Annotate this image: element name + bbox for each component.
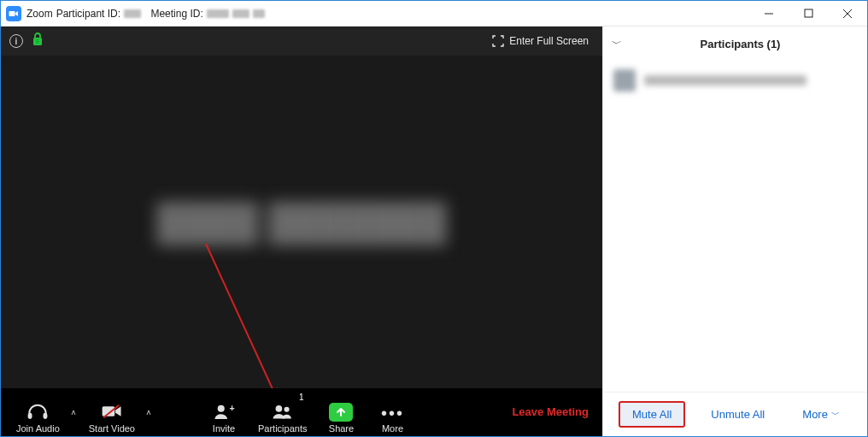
leave-meeting-button[interactable]: Leave Meeting xyxy=(512,405,595,418)
more-label: More xyxy=(382,423,403,434)
titlebar: Zoom Participant ID: Meeting ID: xyxy=(1,1,867,27)
video-main: ████ ███████ xyxy=(1,56,602,388)
invite-label: Invite xyxy=(213,423,235,434)
svg-point-14 xyxy=(275,405,282,412)
join-audio-label: Join Audio xyxy=(16,423,60,434)
share-button[interactable]: Share xyxy=(315,389,367,434)
participants-more-button[interactable]: More ﹀ xyxy=(790,403,852,426)
svg-line-7 xyxy=(206,244,279,388)
meeting-id-value-redacted-2 xyxy=(232,9,249,18)
annotation-arrow-icon xyxy=(197,235,300,388)
mute-all-button[interactable]: Mute All xyxy=(619,401,685,428)
participant-id-label: Participant ID: xyxy=(56,8,120,20)
participants-label: Participants xyxy=(258,423,307,434)
title-text: Zoom Participant ID: Meeting ID: xyxy=(26,8,265,20)
video-top-bar: i E Enter Full Screen xyxy=(1,27,602,56)
share-icon xyxy=(329,403,353,422)
svg-text:E: E xyxy=(36,38,40,44)
start-video-button[interactable]: Start Video xyxy=(80,389,144,434)
window-controls xyxy=(749,1,867,27)
leave-meeting-label: Leave Meeting xyxy=(512,405,589,418)
svg-text:+: + xyxy=(230,403,235,413)
avatar xyxy=(613,69,636,92)
mute-all-label: Mute All xyxy=(632,408,672,421)
video-pane: i E Enter Full Screen ████ ███████ xyxy=(1,27,602,436)
meeting-id-value-redacted-3 xyxy=(253,9,265,18)
svg-point-15 xyxy=(284,407,289,412)
participants-panel-header: ﹀ Participants (1) xyxy=(603,27,867,61)
meeting-toolbar: Join Audio ＾ Start Video ＾ + Invite xyxy=(1,388,602,436)
maximize-button[interactable] xyxy=(789,1,828,27)
share-label: Share xyxy=(329,423,354,434)
video-options-chevron-icon[interactable]: ＾ xyxy=(144,407,155,434)
svg-rect-10 xyxy=(103,406,115,416)
participants-panel-footer: Mute All Unmute All More ﹀ xyxy=(603,392,867,436)
participants-panel: ﹀ Participants (1) Mute All Unmute All M… xyxy=(602,27,867,436)
panel-collapse-chevron-icon[interactable]: ﹀ xyxy=(612,37,622,51)
participant-display-name: ████ ███████ xyxy=(157,202,447,243)
participant-name-redacted xyxy=(644,75,806,86)
app-name: Zoom xyxy=(26,8,53,20)
participant-row[interactable] xyxy=(612,66,859,95)
participant-id-value-redacted xyxy=(124,9,141,18)
info-icon[interactable]: i xyxy=(9,34,23,48)
zoom-window: Zoom Participant ID: Meeting ID: i xyxy=(0,0,868,437)
participants-count-badge: 1 xyxy=(299,393,304,402)
enter-full-screen-button[interactable]: Enter Full Screen xyxy=(487,32,594,50)
audio-options-chevron-icon[interactable]: ＾ xyxy=(68,407,80,434)
participants-panel-title: Participants (1) xyxy=(656,38,859,50)
encryption-lock-icon[interactable]: E xyxy=(32,32,44,50)
participants-button[interactable]: 1 Participants xyxy=(249,389,315,434)
more-dots-icon: ••• xyxy=(381,405,404,422)
participants-more-label: More xyxy=(802,408,828,421)
join-audio-button[interactable]: Join Audio xyxy=(8,389,68,434)
participants-list xyxy=(603,61,867,392)
more-button[interactable]: ••• More xyxy=(367,389,418,434)
svg-rect-2 xyxy=(805,9,812,17)
close-button[interactable] xyxy=(828,1,867,27)
svg-rect-0 xyxy=(9,11,15,16)
chevron-down-icon: ﹀ xyxy=(831,409,840,421)
svg-rect-9 xyxy=(44,413,48,419)
unmute-all-label: Unmute All xyxy=(711,408,765,421)
unmute-all-button[interactable]: Unmute All xyxy=(699,403,777,426)
meeting-id-value-redacted xyxy=(207,9,229,18)
minimize-button[interactable] xyxy=(749,1,789,27)
svg-point-12 xyxy=(218,405,225,412)
invite-button[interactable]: + Invite xyxy=(198,389,249,434)
start-video-label: Start Video xyxy=(89,423,135,434)
fullscreen-label: Enter Full Screen xyxy=(509,35,589,47)
meeting-id-label: Meeting ID: xyxy=(150,8,202,20)
zoom-logo-icon xyxy=(6,6,21,21)
svg-rect-8 xyxy=(28,413,32,419)
